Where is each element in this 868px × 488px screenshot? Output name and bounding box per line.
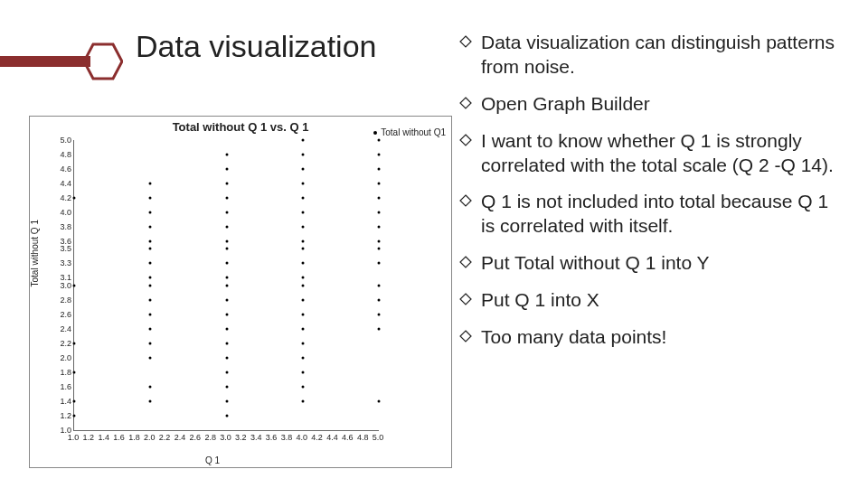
x-tick: 3.4 [250, 433, 262, 442]
svg-marker-3 [460, 135, 471, 145]
data-point [149, 356, 152, 359]
chart-legend: Total without Q1 [373, 127, 446, 137]
x-tick: 4.2 [311, 433, 323, 442]
bullet-item: Open Graph Builder [459, 92, 839, 117]
data-point [73, 371, 76, 373]
diamond-icon [459, 92, 476, 117]
y-tick: 3.6 [60, 237, 71, 246]
data-point [73, 399, 76, 402]
bullet-item: Put Total without Q 1 into Y [459, 251, 839, 276]
diamond-icon [459, 251, 476, 276]
data-point [149, 277, 152, 279]
data-point [378, 197, 381, 200]
bullet-text: I want to know whether Q 1 is strongly c… [481, 129, 839, 178]
x-tick: 2.2 [159, 433, 171, 442]
data-point [378, 168, 381, 171]
data-point [225, 226, 228, 229]
data-point [378, 248, 381, 250]
y-tick: 1.2 [60, 411, 71, 420]
data-point [378, 240, 381, 243]
x-tick: 1.8 [128, 433, 140, 442]
bullet-text: Data visualization can distinguish patte… [481, 31, 839, 80]
x-tick: 1.6 [113, 433, 125, 442]
data-point [225, 154, 228, 156]
data-point [225, 414, 228, 417]
data-point [301, 385, 304, 388]
data-point [378, 211, 381, 214]
data-point [225, 168, 228, 171]
data-point [149, 399, 152, 402]
legend-label: Total without Q1 [381, 127, 446, 137]
x-tick: 3.2 [235, 433, 247, 442]
data-point [378, 313, 381, 315]
data-point [301, 197, 304, 200]
data-point [225, 298, 228, 301]
data-point [301, 284, 304, 286]
plot-area [73, 140, 379, 431]
data-point [149, 211, 152, 214]
data-point [149, 327, 152, 330]
bullet-text: Put Q 1 into X [481, 288, 839, 313]
data-point [149, 248, 152, 250]
diamond-icon [459, 190, 476, 239]
data-point [225, 183, 228, 185]
data-point [149, 342, 152, 344]
data-point [149, 298, 152, 301]
y-axis-label: Total without Q 1 [30, 220, 40, 286]
data-point [225, 342, 228, 344]
bullet-item: Q 1 is not included into total because Q… [459, 190, 839, 239]
data-point [378, 262, 381, 265]
data-point [73, 414, 76, 417]
accent-bar [0, 56, 90, 67]
diamond-icon [459, 325, 476, 350]
data-point [301, 154, 304, 156]
diamond-icon [459, 129, 476, 178]
data-point [149, 385, 152, 388]
data-point [301, 356, 304, 359]
data-point [378, 298, 381, 301]
x-tick: 4.8 [357, 433, 369, 442]
bullet-item: Too many data points! [459, 325, 839, 350]
data-point [73, 342, 76, 344]
y-tick: 4.2 [60, 193, 71, 202]
scatter-chart: Total without Q 1 vs. Q 1 Total without … [29, 116, 452, 468]
data-point [301, 298, 304, 301]
svg-marker-1 [460, 36, 471, 47]
data-point [301, 211, 304, 214]
y-tick: 3.3 [60, 258, 71, 267]
data-point [225, 211, 228, 214]
data-point [149, 226, 152, 229]
x-tick: 2.0 [144, 433, 156, 442]
x-tick: 4.6 [342, 433, 354, 442]
data-point [149, 284, 152, 286]
x-tick: 2.8 [204, 433, 216, 442]
bullet-list: Data visualization can distinguish patte… [459, 31, 839, 362]
data-point [225, 240, 228, 243]
data-point [378, 139, 381, 142]
svg-marker-2 [460, 98, 471, 108]
data-point [225, 277, 228, 279]
y-tick: 1.4 [60, 397, 71, 406]
y-tick: 1.8 [60, 368, 71, 377]
data-point [378, 154, 381, 156]
y-tick: 2.6 [60, 310, 71, 319]
x-tick: 2.6 [190, 433, 202, 442]
data-point [301, 226, 304, 229]
data-point [73, 197, 76, 200]
x-tick: 4.0 [296, 433, 307, 442]
bullet-text: Q 1 is not included into total because Q… [481, 190, 839, 239]
y-tick: 2.2 [60, 339, 71, 348]
data-point [301, 183, 304, 185]
data-point [301, 277, 304, 279]
data-point [378, 284, 381, 286]
y-tick: 4.0 [60, 208, 71, 217]
data-point [149, 240, 152, 243]
diamond-icon [459, 31, 476, 80]
y-tick: 4.4 [60, 179, 71, 188]
bullet-item: Put Q 1 into X [459, 288, 839, 313]
x-tick: 3.6 [266, 433, 278, 442]
x-tick: 3.8 [281, 433, 293, 442]
data-point [301, 168, 304, 171]
data-point [149, 183, 152, 185]
data-point [378, 399, 381, 402]
